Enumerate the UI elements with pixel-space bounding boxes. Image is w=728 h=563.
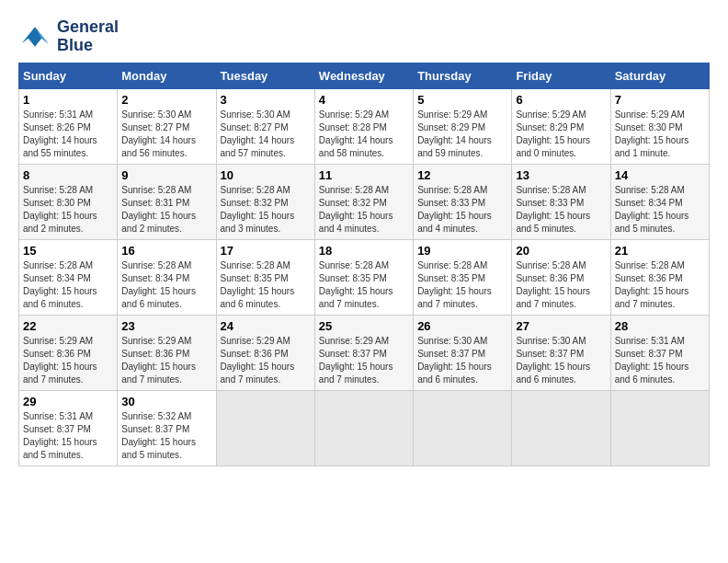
day-info: Sunrise: 5:28 AMSunset: 8:35 PMDaylight:… — [221, 259, 311, 311]
day-info: Sunrise: 5:30 AMSunset: 8:37 PMDaylight:… — [516, 335, 606, 386]
day-info: Sunrise: 5:28 AMSunset: 8:34 PMDaylight:… — [121, 259, 211, 311]
day-info: Sunrise: 5:28 AMSunset: 8:30 PMDaylight:… — [23, 184, 113, 236]
day-number: 7 — [615, 93, 705, 107]
day-number: 5 — [417, 93, 507, 107]
calendar-cell: 23 Sunrise: 5:29 AMSunset: 8:36 PMDaylig… — [118, 315, 216, 390]
day-info: Sunrise: 5:31 AMSunset: 8:37 PMDaylight:… — [23, 410, 113, 462]
calendar-cell: 28 Sunrise: 5:31 AMSunset: 8:37 PMDaylig… — [610, 315, 709, 390]
calendar-table: SundayMondayTuesdayWednesdayThursdayFrid… — [18, 63, 710, 466]
day-number: 28 — [615, 319, 705, 333]
day-number: 6 — [516, 93, 606, 107]
day-info: Sunrise: 5:28 AMSunset: 8:31 PMDaylight:… — [121, 184, 211, 236]
day-info: Sunrise: 5:30 AMSunset: 8:37 PMDaylight:… — [417, 335, 507, 386]
day-number: 17 — [221, 244, 311, 258]
calendar-cell: 24 Sunrise: 5:29 AMSunset: 8:36 PMDaylig… — [216, 315, 314, 390]
day-number: 18 — [319, 244, 409, 258]
svg-marker-0 — [22, 27, 49, 47]
day-header-tuesday: Tuesday — [216, 63, 314, 88]
day-header-monday: Monday — [118, 63, 216, 88]
day-info: Sunrise: 5:31 AMSunset: 8:37 PMDaylight:… — [615, 335, 705, 386]
day-number: 26 — [417, 319, 507, 333]
day-number: 9 — [121, 168, 211, 182]
day-number: 12 — [417, 168, 507, 182]
calendar-cell: 19 Sunrise: 5:28 AMSunset: 8:35 PMDaylig… — [414, 239, 512, 315]
calendar-cell: 4 Sunrise: 5:29 AMSunset: 8:28 PMDayligh… — [314, 88, 413, 164]
day-number: 27 — [516, 319, 606, 333]
day-info: Sunrise: 5:29 AMSunset: 8:30 PMDaylight:… — [615, 109, 705, 160]
calendar-week-5: 29 Sunrise: 5:31 AMSunset: 8:37 PMDaylig… — [19, 390, 710, 465]
calendar-cell: 30 Sunrise: 5:32 AMSunset: 8:37 PMDaylig… — [118, 390, 216, 465]
calendar-cell — [610, 390, 709, 465]
day-number: 3 — [221, 93, 311, 107]
logo-text: General Blue — [57, 18, 119, 55]
calendar-cell: 13 Sunrise: 5:28 AMSunset: 8:33 PMDaylig… — [512, 164, 610, 239]
day-info: Sunrise: 5:28 AMSunset: 8:33 PMDaylight:… — [417, 184, 507, 236]
day-number: 8 — [23, 168, 113, 182]
day-info: Sunrise: 5:29 AMSunset: 8:28 PMDaylight:… — [319, 109, 409, 160]
day-info: Sunrise: 5:28 AMSunset: 8:34 PMDaylight:… — [23, 259, 113, 311]
calendar-cell: 27 Sunrise: 5:30 AMSunset: 8:37 PMDaylig… — [512, 315, 610, 390]
calendar-cell: 16 Sunrise: 5:28 AMSunset: 8:34 PMDaylig… — [118, 239, 216, 315]
day-info: Sunrise: 5:29 AMSunset: 8:36 PMDaylight:… — [121, 335, 211, 386]
logo: General Blue — [18, 18, 119, 55]
day-info: Sunrise: 5:29 AMSunset: 8:29 PMDaylight:… — [417, 109, 507, 160]
calendar-cell — [414, 390, 512, 465]
day-header-thursday: Thursday — [414, 63, 512, 88]
calendar-week-2: 8 Sunrise: 5:28 AMSunset: 8:30 PMDayligh… — [19, 164, 710, 239]
day-number: 13 — [516, 168, 606, 182]
calendar-cell: 12 Sunrise: 5:28 AMSunset: 8:33 PMDaylig… — [414, 164, 512, 239]
day-number: 23 — [121, 319, 211, 333]
calendar-cell: 17 Sunrise: 5:28 AMSunset: 8:35 PMDaylig… — [216, 239, 314, 315]
day-info: Sunrise: 5:29 AMSunset: 8:36 PMDaylight:… — [23, 335, 113, 386]
day-info: Sunrise: 5:29 AMSunset: 8:36 PMDaylight:… — [221, 335, 311, 386]
calendar-cell: 14 Sunrise: 5:28 AMSunset: 8:34 PMDaylig… — [610, 164, 709, 239]
day-number: 2 — [121, 93, 211, 107]
day-number: 1 — [23, 93, 113, 107]
day-number: 11 — [319, 168, 409, 182]
calendar-week-1: 1 Sunrise: 5:31 AMSunset: 8:26 PMDayligh… — [19, 88, 710, 164]
page-header: General Blue — [18, 18, 710, 55]
day-info: Sunrise: 5:28 AMSunset: 8:35 PMDaylight:… — [417, 259, 507, 311]
calendar-week-4: 22 Sunrise: 5:29 AMSunset: 8:36 PMDaylig… — [19, 315, 710, 390]
day-number: 20 — [516, 244, 606, 258]
day-header-wednesday: Wednesday — [314, 63, 413, 88]
calendar-cell: 8 Sunrise: 5:28 AMSunset: 8:30 PMDayligh… — [19, 164, 118, 239]
day-header-saturday: Saturday — [610, 63, 709, 88]
day-number: 25 — [319, 319, 409, 333]
calendar-header-row: SundayMondayTuesdayWednesdayThursdayFrid… — [19, 63, 710, 88]
day-number: 19 — [417, 244, 507, 258]
logo-icon — [18, 20, 51, 53]
day-info: Sunrise: 5:28 AMSunset: 8:35 PMDaylight:… — [319, 259, 409, 311]
calendar-cell: 20 Sunrise: 5:28 AMSunset: 8:36 PMDaylig… — [512, 239, 610, 315]
calendar-cell: 18 Sunrise: 5:28 AMSunset: 8:35 PMDaylig… — [314, 239, 413, 315]
day-info: Sunrise: 5:29 AMSunset: 8:29 PMDaylight:… — [516, 109, 606, 160]
day-number: 16 — [121, 244, 211, 258]
calendar-week-3: 15 Sunrise: 5:28 AMSunset: 8:34 PMDaylig… — [19, 239, 710, 315]
calendar-cell: 29 Sunrise: 5:31 AMSunset: 8:37 PMDaylig… — [19, 390, 118, 465]
day-number: 14 — [615, 168, 705, 182]
calendar-cell — [512, 390, 610, 465]
day-header-friday: Friday — [512, 63, 610, 88]
calendar-cell — [314, 390, 413, 465]
day-info: Sunrise: 5:28 AMSunset: 8:36 PMDaylight:… — [516, 259, 606, 311]
calendar-cell: 11 Sunrise: 5:28 AMSunset: 8:32 PMDaylig… — [314, 164, 413, 239]
calendar-cell: 22 Sunrise: 5:29 AMSunset: 8:36 PMDaylig… — [19, 315, 118, 390]
calendar-cell: 26 Sunrise: 5:30 AMSunset: 8:37 PMDaylig… — [414, 315, 512, 390]
day-info: Sunrise: 5:28 AMSunset: 8:36 PMDaylight:… — [615, 259, 705, 311]
calendar-cell: 9 Sunrise: 5:28 AMSunset: 8:31 PMDayligh… — [118, 164, 216, 239]
calendar-cell: 10 Sunrise: 5:28 AMSunset: 8:32 PMDaylig… — [216, 164, 314, 239]
day-info: Sunrise: 5:30 AMSunset: 8:27 PMDaylight:… — [221, 109, 311, 160]
calendar-cell: 21 Sunrise: 5:28 AMSunset: 8:36 PMDaylig… — [610, 239, 709, 315]
day-number: 22 — [23, 319, 113, 333]
calendar-cell: 2 Sunrise: 5:30 AMSunset: 8:27 PMDayligh… — [118, 88, 216, 164]
calendar-cell — [216, 390, 314, 465]
day-info: Sunrise: 5:28 AMSunset: 8:32 PMDaylight:… — [221, 184, 311, 236]
day-info: Sunrise: 5:32 AMSunset: 8:37 PMDaylight:… — [121, 410, 211, 462]
day-number: 15 — [23, 244, 113, 258]
day-number: 30 — [121, 395, 211, 408]
calendar-cell: 15 Sunrise: 5:28 AMSunset: 8:34 PMDaylig… — [19, 239, 118, 315]
day-info: Sunrise: 5:28 AMSunset: 8:34 PMDaylight:… — [615, 184, 705, 236]
day-header-sunday: Sunday — [19, 63, 118, 88]
day-info: Sunrise: 5:30 AMSunset: 8:27 PMDaylight:… — [121, 109, 211, 160]
day-info: Sunrise: 5:29 AMSunset: 8:37 PMDaylight:… — [319, 335, 409, 386]
